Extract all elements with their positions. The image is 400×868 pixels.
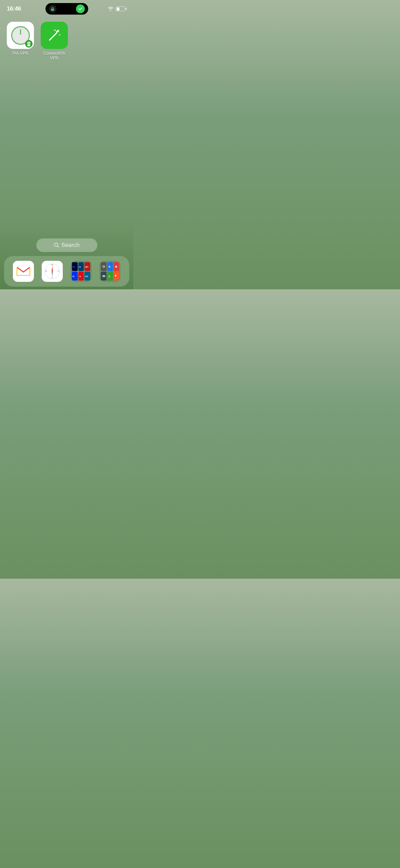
dock: N S E W D+ itv BBC M N RT [4, 256, 129, 287]
pia-vpn-icon [7, 22, 34, 49]
pia-badge [25, 40, 33, 48]
svg-line-8 [57, 246, 59, 248]
status-time: 16:46 [7, 5, 21, 12]
app-pia-vpn[interactable]: PIA VPN [7, 22, 34, 61]
svg-text:N: N [79, 275, 81, 277]
app-connect-pia[interactable]: ConnectPIA VPN [41, 22, 68, 61]
search-icon [54, 242, 59, 248]
search-bar-container: Search [36, 238, 97, 252]
svg-text:W: W [45, 270, 47, 272]
svg-text:RTE: RTE [85, 276, 88, 277]
status-bar: 16:46 [0, 0, 133, 15]
svg-line-5 [50, 33, 56, 40]
dynamic-island [45, 3, 88, 15]
svg-rect-4 [27, 44, 31, 46]
svg-text:D+: D+ [73, 266, 75, 268]
svg-text:M: M [73, 275, 74, 277]
wifi-icon [108, 6, 114, 11]
svg-rect-0 [51, 8, 54, 11]
svg-point-3 [29, 43, 30, 43]
dock-safari[interactable]: N S E W [42, 261, 63, 282]
battery-indicator [116, 6, 127, 11]
svg-text:itv: itv [79, 266, 81, 268]
svg-text:N: N [52, 264, 53, 266]
svg-text:BBC: BBC [85, 266, 89, 268]
vpn-lock-icon [49, 5, 56, 13]
connect-pia-icon [41, 22, 68, 49]
svg-text:📡: 📡 [108, 266, 111, 268]
dock-apps-folder[interactable]: 📡 🔒 [99, 261, 120, 282]
svg-point-25 [102, 265, 105, 268]
search-label: Search [61, 242, 80, 249]
svg-text:🔒: 🔒 [108, 275, 111, 278]
dock-gmail[interactable] [13, 261, 34, 282]
app-grid: PIA VPN ConnectPIA VPN [0, 15, 133, 61]
svg-point-2 [28, 43, 28, 43]
search-bar[interactable]: Search [36, 238, 97, 252]
dock-streaming-folder[interactable]: D+ itv BBC M N RTE [71, 261, 92, 282]
vpn-connected-check [76, 4, 85, 13]
connect-pia-label: ConnectPIA VPN [41, 51, 68, 61]
svg-rect-27 [102, 275, 105, 277]
pia-vpn-label: PIA VPN [13, 51, 28, 56]
status-indicators [108, 6, 127, 11]
